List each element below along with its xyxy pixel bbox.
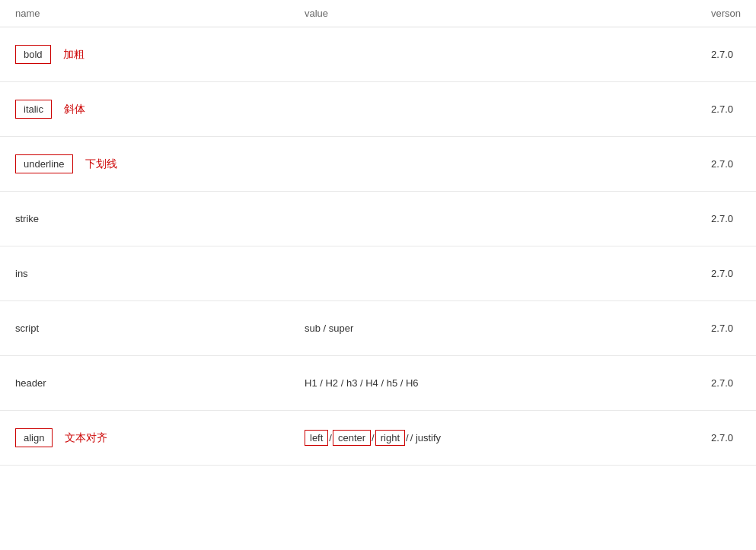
name-badge-align: align [15,428,53,447]
cell-version-align: 2.7.0 [649,432,741,443]
table-row: underline下划线2.7.0 [0,137,756,192]
cell-name-strike: strike [15,213,305,224]
main-table: name value verson bold加粗2.7.0italic斜体2.7… [0,0,756,550]
table-row: scriptsub / super2.7.0 [0,301,756,356]
name-text-script: script [15,323,39,334]
table-header: name value verson [0,0,756,27]
cell-version-strike: 2.7.0 [649,213,741,224]
name-badge-italic: italic [15,100,52,119]
cell-name-bold: bold加粗 [15,45,305,64]
name-badge-bold: bold [15,45,51,64]
name-text-strike: strike [15,213,39,224]
cell-name-script: script [15,323,305,334]
header-value: value [305,8,649,19]
cell-version-bold: 2.7.0 [649,49,741,60]
cell-name-header: header [15,377,305,389]
table-row: bold加粗2.7.0 [0,27,756,82]
chinese-label-align: 文本对齐 [65,431,107,445]
table-row: italic斜体2.7.0 [0,82,756,137]
chinese-label-underline: 下划线 [85,157,117,171]
cell-value-align: left /center /right / / justify [305,430,649,446]
value-badge-center: center [333,430,371,446]
value-badge-left: left [305,430,328,446]
cell-name-underline: underline下划线 [15,154,305,173]
value-badge-right: right [375,430,405,446]
name-text-ins: ins [15,268,28,279]
cell-version-ins: 2.7.0 [649,268,741,279]
header-name: name [15,8,305,19]
table-row: ins2.7.0 [0,246,756,301]
cell-value-header: H1 / H2 / h3 / H4 / h5 / H6 [305,377,649,389]
name-badge-underline: underline [15,154,73,173]
cell-name-ins: ins [15,268,305,279]
cell-version-header: 2.7.0 [649,377,741,389]
table-row: strike2.7.0 [0,192,756,246]
chinese-label-bold: 加粗 [63,48,85,62]
value-extra-align: / justify [410,432,442,443]
table-row: headerH1 / H2 / h3 / H4 / h5 / H62.7.0 [0,356,756,411]
cell-value-script: sub / super [305,323,649,334]
header-version: verson [649,8,741,19]
cell-name-italic: italic斜体 [15,100,305,119]
table-row: align文本对齐left /center /right / / justify… [0,411,756,466]
cell-name-align: align文本对齐 [15,428,305,447]
cell-version-script: 2.7.0 [649,323,741,334]
cell-version-underline: 2.7.0 [649,158,741,170]
cell-version-italic: 2.7.0 [649,103,741,115]
value-badges-align: left /center /right / / justify [305,430,649,446]
chinese-label-italic: 斜体 [64,103,85,116]
table-body: bold加粗2.7.0italic斜体2.7.0underline下划线2.7.… [0,27,756,466]
name-text-header: header [15,377,46,389]
